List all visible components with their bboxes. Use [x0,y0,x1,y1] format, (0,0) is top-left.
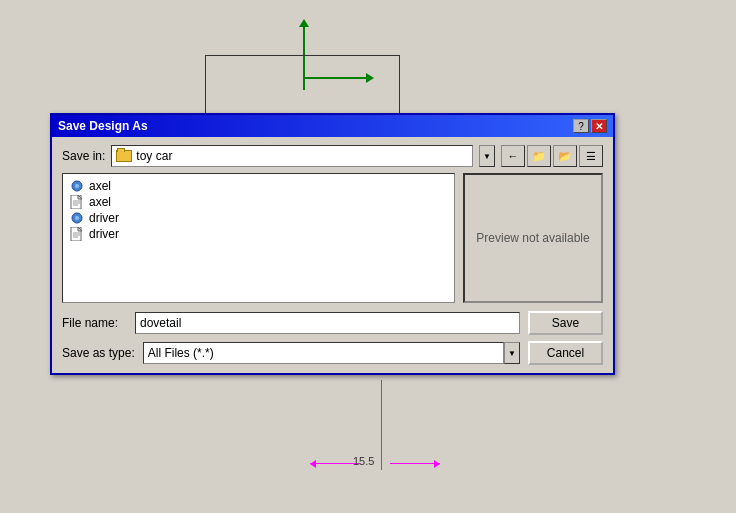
list-item[interactable]: axel [67,178,450,194]
savetype-row: Save as type: All Files (*.*) ▼ Cancel [62,341,603,365]
list-item[interactable]: driver [67,226,450,242]
savetype-select-wrap: All Files (*.*) ▼ [143,342,520,364]
main-area: axel axel [62,173,603,303]
design-icon-2 [69,211,85,225]
save-in-dropdown-arrow[interactable]: ▼ [479,145,495,167]
folder-icon [116,150,132,162]
view-button[interactable]: ☰ [579,145,603,167]
savetype-select[interactable]: All Files (*.*) [143,342,504,364]
filename-input[interactable] [135,312,520,334]
preview-text: Preview not available [476,231,589,245]
canvas-rectangle [205,55,400,120]
list-item[interactable]: driver [67,210,450,226]
doc-icon-2 [69,227,85,241]
filename-row: File name: Save [62,311,603,335]
preview-area: Preview not available [463,173,603,303]
back-button[interactable]: ← [501,145,525,167]
savetype-value: All Files (*.*) [148,346,214,360]
help-button[interactable]: ? [573,119,589,133]
up-folder-button[interactable]: 📁 [527,145,551,167]
filename-label: File name: [62,316,127,330]
dimension-arrow-right [390,463,440,464]
dialog-titlebar: Save Design As ? ✕ [52,115,613,137]
doc-icon [69,195,85,209]
savetype-dropdown-arrow[interactable]: ▼ [504,342,520,364]
toolbar-buttons: ← 📁 📂 ☰ [501,145,603,167]
cancel-button[interactable]: Cancel [528,341,603,365]
dialog-content: Save in: toy car ▼ ← 📁 📂 ☰ [52,137,613,373]
svg-point-8 [75,216,79,220]
dialog-title: Save Design As [58,119,148,133]
file-list[interactable]: axel axel [62,173,455,303]
new-folder-button[interactable]: 📂 [553,145,577,167]
save-in-folder-name: toy car [136,149,172,163]
save-in-row: Save in: toy car ▼ ← 📁 📂 ☰ [62,145,603,167]
pink-vertical-line [381,380,382,470]
save-button[interactable]: Save [528,311,603,335]
dimension-value: 15.5 [353,455,374,467]
savetype-label: Save as type: [62,346,135,360]
save-in-label: Save in: [62,149,105,163]
svg-point-1 [75,184,79,188]
close-button[interactable]: ✕ [591,119,607,133]
list-item[interactable]: axel [67,194,450,210]
design-icon [69,179,85,193]
save-in-dropdown[interactable]: toy car [111,145,473,167]
save-design-dialog: Save Design As ? ✕ Save in: toy car ▼ ← … [50,113,615,375]
title-buttons: ? ✕ [573,119,607,133]
